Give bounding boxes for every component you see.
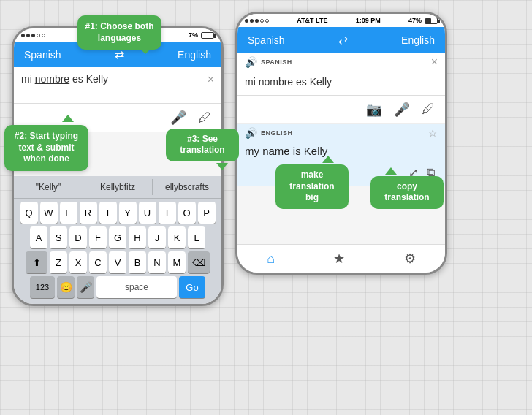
key-q[interactable]: Q bbox=[20, 202, 38, 224]
key-p[interactable]: P bbox=[198, 202, 216, 224]
key-y[interactable]: Y bbox=[119, 202, 137, 224]
keyboard-row-1: Q W E R T Y U I O P bbox=[15, 202, 220, 224]
mic-icon[interactable]: 🎤 bbox=[170, 110, 186, 126]
right-bottom-nav: ⌂ ★ ⚙ bbox=[238, 244, 445, 273]
callout-copy-translation: copy translation bbox=[370, 176, 444, 209]
favorite-icon[interactable]: ☆ bbox=[428, 127, 438, 139]
right-clear-button[interactable]: × bbox=[431, 56, 438, 69]
key-x[interactable]: X bbox=[69, 251, 87, 273]
key-c[interactable]: C bbox=[89, 251, 107, 273]
keyboard-row-3: ⬆ Z X C V B N M ⌫ bbox=[15, 251, 220, 273]
handwrite-icon[interactable]: 🖊 bbox=[198, 110, 211, 126]
key-f[interactable]: F bbox=[89, 226, 107, 248]
target-speaker-group: 🔊 ENGLISH bbox=[245, 127, 293, 139]
page: #1: Choose both languages #2: Start typi… bbox=[0, 0, 532, 415]
keyboard: Q W E R T Y U I O P A S bbox=[14, 199, 221, 304]
left-phone-area: #1: Choose both languages #2: Start typi… bbox=[12, 19, 224, 306]
key-r[interactable]: R bbox=[80, 202, 97, 224]
callout-see-translation: #3: See translation bbox=[166, 129, 239, 161]
battery-area: 7% bbox=[189, 31, 214, 39]
left-source-lang: Spanish bbox=[24, 49, 61, 61]
key-b[interactable]: B bbox=[129, 251, 146, 273]
key-u[interactable]: U bbox=[139, 202, 156, 224]
right-camera-icon[interactable]: 📷 bbox=[366, 102, 382, 118]
keyboard-rows: Q W E R T Y U I O P A S bbox=[14, 199, 221, 304]
key-h[interactable]: H bbox=[129, 226, 146, 248]
source-lang-label: SPANISH bbox=[261, 58, 292, 66]
right-input-actions: 📷 🎤 🖊 bbox=[238, 96, 445, 124]
source-speaker-group: 🔊 SPANISH bbox=[245, 56, 292, 68]
keyboard-row-2: A S D F G H J K L bbox=[15, 226, 220, 248]
source-label-bar: 🔊 SPANISH × bbox=[238, 53, 445, 72]
right-battery-icon bbox=[425, 18, 438, 24]
key-i[interactable]: I bbox=[159, 202, 176, 224]
left-clear-button[interactable]: × bbox=[208, 73, 214, 86]
key-e[interactable]: E bbox=[60, 202, 77, 224]
key-g[interactable]: G bbox=[109, 226, 126, 248]
key-t[interactable]: T bbox=[99, 202, 117, 224]
target-lang-label: ENGLISH bbox=[261, 129, 293, 137]
right-time: 1:09 PM bbox=[356, 17, 381, 24]
key-j[interactable]: J bbox=[148, 226, 166, 248]
right-swap-button[interactable]: ⇄ bbox=[338, 33, 348, 47]
right-handwrite-icon[interactable]: 🖊 bbox=[422, 102, 435, 118]
key-emoji[interactable]: 😊 bbox=[57, 276, 75, 298]
callout-make-big: make translation big bbox=[276, 164, 349, 209]
right-carrier: AT&T LTE bbox=[297, 17, 327, 24]
key-d[interactable]: D bbox=[69, 226, 87, 248]
left-input-text[interactable]: mi nombre es Kelly bbox=[21, 73, 208, 85]
right-phone: AT&T LTE 1:09 PM 47% Spanish ⇄ English 🔊 bbox=[235, 12, 447, 275]
right-phone-area: #3: See translation make translation big… bbox=[235, 12, 447, 275]
right-lang-bar[interactable]: Spanish ⇄ English bbox=[238, 27, 445, 53]
key-l[interactable]: L bbox=[188, 226, 205, 248]
left-input-area[interactable]: mi nombre es Kelly × bbox=[14, 67, 221, 104]
key-s[interactable]: S bbox=[50, 226, 67, 248]
key-v[interactable]: V bbox=[109, 251, 126, 273]
translation-text: my name is Kelly bbox=[238, 142, 445, 160]
source-section: 🔊 SPANISH × mi nombre es Kelly bbox=[238, 53, 445, 96]
key-mic[interactable]: 🎤 bbox=[77, 276, 94, 298]
suggestion-3[interactable]: ellybscrafts bbox=[152, 179, 221, 195]
battery-icon bbox=[201, 32, 214, 39]
nav-favorite-icon[interactable]: ★ bbox=[333, 251, 345, 267]
signal-dots bbox=[21, 34, 45, 37]
target-speaker-icon[interactable]: 🔊 bbox=[245, 127, 257, 139]
underlined-word: nombre bbox=[35, 73, 69, 85]
left-target-lang: English bbox=[178, 49, 211, 61]
key-space[interactable]: space bbox=[96, 276, 177, 298]
nav-settings-icon[interactable]: ⚙ bbox=[404, 251, 416, 267]
key-123[interactable]: 123 bbox=[30, 276, 55, 298]
nav-home-icon[interactable]: ⌂ bbox=[267, 251, 275, 267]
right-signal bbox=[245, 19, 269, 23]
key-m[interactable]: M bbox=[168, 251, 186, 273]
key-w[interactable]: W bbox=[40, 202, 58, 224]
callout-start-typing: #2: Start typing text & submit when done bbox=[4, 125, 88, 171]
right-target-lang: English bbox=[401, 34, 435, 46]
right-mic-icon[interactable]: 🎤 bbox=[394, 102, 410, 118]
key-z[interactable]: Z bbox=[50, 251, 67, 273]
right-battery-area: 47% bbox=[408, 17, 438, 24]
key-k[interactable]: K bbox=[168, 226, 186, 248]
right-status-bar: AT&T LTE 1:09 PM 47% bbox=[238, 14, 445, 27]
translation-label-bar: 🔊 ENGLISH ☆ bbox=[238, 124, 445, 142]
key-delete[interactable]: ⌫ bbox=[188, 251, 210, 273]
key-o[interactable]: O bbox=[178, 202, 196, 224]
right-source-lang: Spanish bbox=[248, 34, 285, 46]
keyboard-row-4: 123 😊 🎤 space Go bbox=[15, 276, 220, 298]
key-go[interactable]: Go bbox=[179, 276, 205, 298]
suggestion-1[interactable]: "Kelly" bbox=[14, 179, 83, 195]
source-speaker-icon[interactable]: 🔊 bbox=[245, 56, 257, 68]
key-shift[interactable]: ⬆ bbox=[26, 251, 48, 273]
key-n[interactable]: N bbox=[148, 251, 166, 273]
key-a[interactable]: A bbox=[30, 226, 48, 248]
source-text-display: mi nombre es Kelly bbox=[238, 72, 445, 95]
suggestion-2[interactable]: Kellybfitz bbox=[83, 179, 152, 195]
callout-choose-languages: #1: Choose both languages bbox=[77, 15, 162, 50]
keyboard-suggestions: "Kelly" Kellybfitz ellybscrafts bbox=[14, 176, 221, 199]
